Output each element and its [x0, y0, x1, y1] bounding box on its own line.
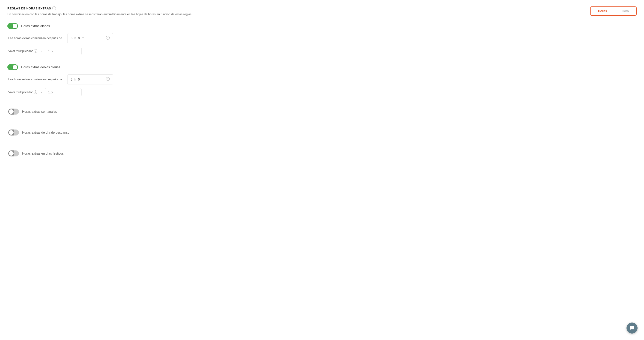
chat-button[interactable] [626, 323, 638, 334]
rule-daily-toggle[interactable] [7, 23, 18, 29]
rule-daily-overtime-label: Las horas extras comienzan después de [8, 36, 64, 40]
multiply-sign: × [40, 49, 42, 53]
rule-daily-time-input[interactable]: 8 h 0 m [67, 33, 113, 43]
rule-daily-double-label: Horas extras dobles diarias [21, 65, 60, 69]
rule-rest-day-row: Horas extras de día de descanso [7, 126, 637, 139]
rule-daily-multiplier-row: Valor multiplicador i × [8, 47, 637, 55]
section-description: En combinación con las horas de trabajo,… [7, 12, 637, 16]
rule-holidays-row: Horas extras en días festivos [7, 147, 637, 160]
divider-3 [7, 122, 637, 122]
rule-holidays-label: Horas extras en días festivos [22, 152, 64, 155]
rule-daily-double-overtime-label: Las horas extras comienzan después de [8, 78, 64, 81]
rule-daily-double-time-row: Las horas extras comienzan después de 8 … [8, 74, 637, 84]
view-toggle-group: Horas Hora [590, 6, 637, 16]
rule-daily-double-multiplier-input[interactable] [45, 88, 82, 96]
section-title: REGLAS DE HORAS EXTRAS i [7, 6, 637, 10]
rule-daily-minutes-unit: m [82, 36, 84, 40]
rule-daily-double-minutes: 0 [78, 78, 80, 81]
clock-icon-2 [106, 77, 110, 82]
multiply-sign-2: × [40, 90, 42, 94]
rule-daily-multiplier-input[interactable] [45, 47, 82, 55]
rule-daily-hours: 8 [71, 36, 72, 40]
rule-daily-double-hours-unit: h [74, 78, 76, 81]
section-info-icon[interactable]: i [52, 6, 56, 10]
rule-weekly-label: Horas extras semanales [22, 110, 57, 113]
rule-rest-day-toggle[interactable] [8, 130, 19, 136]
clock-icon [106, 36, 110, 41]
rule-daily-double-block: Horas extras dobles diarias Las horas ex… [7, 64, 637, 96]
toggle-hora-button[interactable]: Hora [614, 7, 636, 15]
rule-daily-double-hours: 8 [71, 78, 72, 81]
rule-daily-double-toggle[interactable] [7, 64, 18, 70]
rule-daily-double-minutes-unit: m [82, 78, 84, 81]
rule-weekly-row: Horas extras semanales [7, 105, 637, 118]
divider-1 [7, 60, 637, 60]
multiplier-info-icon-2[interactable]: i [34, 90, 37, 94]
rule-daily-double-multiplier-label: Valor multiplicador i [8, 90, 37, 94]
rule-daily-hours-unit: h [74, 36, 76, 40]
rule-daily-label: Horas extras diarias [21, 24, 50, 28]
rule-daily-double-time-input[interactable]: 8 h 0 m [67, 74, 113, 84]
rule-daily-minutes: 0 [78, 36, 80, 40]
divider-4 [7, 143, 637, 143]
multiplier-info-icon[interactable]: i [34, 49, 37, 53]
rule-daily-time-row: Las horas extras comienzan después de 8 … [8, 33, 637, 43]
toggle-horas-button[interactable]: Horas [590, 7, 614, 15]
divider-5 [7, 164, 637, 164]
rule-daily-multiplier-label: Valor multiplicador i [8, 49, 37, 53]
rule-rest-day-label: Horas extras de día de descanso [22, 131, 69, 134]
rule-weekly-toggle[interactable] [8, 109, 19, 115]
rule-daily-header: Horas extras diarias [7, 23, 637, 29]
rule-daily-double-multiplier-row: Valor multiplicador i × [8, 88, 637, 96]
page-container: Horas Hora REGLAS DE HORAS EXTRAS i En c… [0, 0, 644, 340]
rule-holidays-toggle[interactable] [8, 151, 19, 157]
chat-icon [630, 326, 634, 331]
rule-daily-double-header: Horas extras dobles diarias [7, 64, 637, 70]
rule-daily-block: Horas extras diarias Las horas extras co… [7, 23, 637, 55]
